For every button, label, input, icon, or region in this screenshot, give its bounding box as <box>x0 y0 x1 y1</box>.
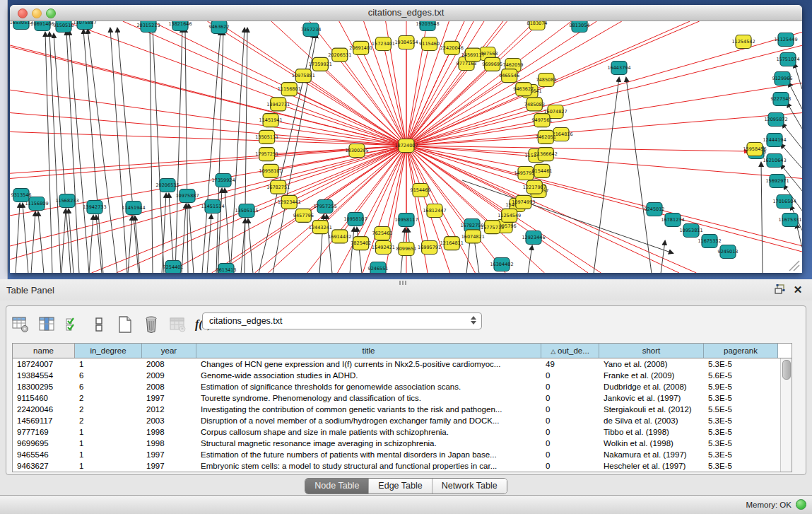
graph-edge[interactable] <box>175 28 182 273</box>
table-row[interactable]: 946362711997Embryonic stem cells: a mode… <box>13 460 792 472</box>
float-panel-icon[interactable] <box>774 284 788 296</box>
graph-node[interactable]: 19203548 <box>416 21 439 31</box>
graph-edge[interactable] <box>594 78 619 273</box>
graph-node[interactable]: 9465546 <box>499 69 519 83</box>
graph-node[interactable]: 22420046 <box>440 41 464 54</box>
panel-divider-grip[interactable] <box>399 281 406 285</box>
close-panel-icon[interactable]: ✕ <box>791 284 805 296</box>
graph-node[interactable]: 7485083 <box>524 98 545 111</box>
graph-node[interactable]: 13505111 <box>255 130 278 144</box>
graph-node[interactable]: 9150516 <box>54 21 74 33</box>
graph-node[interactable]: 9245013 <box>718 245 739 259</box>
graph-node[interactable]: 17957255 <box>313 200 336 214</box>
graph-edge[interactable] <box>320 64 406 146</box>
graph-node[interactable]: 9227343 <box>771 93 792 106</box>
graph-node[interactable]: 12444194 <box>763 134 786 147</box>
graph-node[interactable]: 7254401 <box>163 261 184 274</box>
graph-node[interactable]: 10953811 <box>679 224 702 238</box>
graph-edge[interactable] <box>117 146 406 273</box>
graph-node[interactable]: 17957251 <box>255 148 278 161</box>
graph-node[interactable]: 20206531 <box>328 48 351 62</box>
graph-edge[interactable] <box>31 212 35 273</box>
graph-edge[interactable] <box>150 28 153 273</box>
graph-edge[interactable] <box>182 204 186 273</box>
graph-node[interactable]: 10975881 <box>292 69 315 83</box>
graph-edge[interactable] <box>310 21 406 146</box>
tab-edge-table[interactable]: Edge Table <box>369 479 432 493</box>
table-row[interactable]: 977716911998Corpus callosum shape and si… <box>13 426 792 438</box>
tab-node-table[interactable]: Node Table <box>305 479 369 493</box>
table-vertical-scrollbar[interactable] <box>780 358 792 472</box>
column-header-title[interactable]: title <box>196 344 541 358</box>
graph-node[interactable]: 12923446 <box>522 231 545 245</box>
scrollbar-thumb[interactable] <box>782 360 791 380</box>
graph-node[interactable]: 16443794 <box>607 62 630 75</box>
graph-edge[interactable] <box>117 28 139 273</box>
graph-node[interactable]: 11675331 <box>778 214 801 227</box>
graph-node[interactable]: 10975887 <box>175 189 199 203</box>
graph-node[interactable]: 12095872 <box>764 113 787 127</box>
graph-node[interactable]: 7357234 <box>301 23 322 37</box>
column-header-out_de[interactable]: △out_de... <box>541 344 599 358</box>
tab-network-table[interactable]: Network Table <box>433 479 507 493</box>
graph-edge[interactable] <box>153 28 164 273</box>
graph-node[interactable]: 11125449 <box>774 33 797 47</box>
graph-edge[interactable] <box>406 146 505 273</box>
graph-node[interactable]: 7625463 <box>372 227 393 240</box>
graph-node[interactable]: 18300295 <box>345 144 368 158</box>
graph-node[interactable]: 13942731 <box>266 98 290 111</box>
table-row[interactable]: 1938455462009Genome-wide association stu… <box>13 370 792 381</box>
graph-node[interactable]: 10958117 <box>394 214 418 227</box>
graph-node[interactable]: 15751074 <box>776 53 799 66</box>
table-row[interactable]: 2242004622012Investigating the contribut… <box>13 404 792 415</box>
graph-edge[interactable] <box>151 21 406 146</box>
table-row[interactable]: 1456911722003Disruption of a novel membe… <box>13 415 792 426</box>
graph-node[interactable]: 20315213 <box>136 21 160 33</box>
graph-edge[interactable] <box>202 31 220 273</box>
graph-node[interactable]: 20206535 <box>155 179 179 192</box>
graph-node[interactable]: 16914432 <box>328 230 351 243</box>
graph-node[interactable]: 11451941 <box>259 114 283 127</box>
graph-node[interactable]: 16812447 <box>423 204 446 218</box>
deselect-rows-icon[interactable] <box>89 315 109 334</box>
table-row[interactable]: 969969511998Structural magnetic resonanc… <box>13 438 792 449</box>
graph-edge[interactable] <box>162 194 166 273</box>
graph-edge[interactable] <box>761 163 763 273</box>
graph-node[interactable]: 8813054 <box>570 21 590 33</box>
graph-edge[interactable] <box>225 189 230 273</box>
graph-edge[interactable] <box>89 216 93 273</box>
graph-edge[interactable] <box>61 209 66 273</box>
graph-node[interactable]: 9245012 <box>645 203 665 216</box>
column-header-name[interactable]: name <box>13 344 75 358</box>
table-chooser-dropdown[interactable]: citations_edges.txt <box>202 313 482 329</box>
column-header-short[interactable]: short <box>599 344 704 358</box>
graph-edge[interactable] <box>185 28 188 273</box>
graph-node[interactable]: 16074821 <box>461 230 485 243</box>
select-all-rows-icon[interactable] <box>63 315 83 334</box>
graph-edge[interactable] <box>64 21 406 146</box>
graph-node[interactable]: 15492421 <box>372 241 395 255</box>
graph-node[interactable]: 12923441 <box>278 195 301 209</box>
graph-edge[interactable] <box>406 113 802 146</box>
graph-node[interactable]: 11075887 <box>73 21 96 30</box>
graph-node[interactable]: 20691401 <box>349 41 372 54</box>
graph-edge[interactable] <box>230 28 245 273</box>
table-row[interactable]: 1830029562008Estimation of significance … <box>13 381 792 392</box>
graph-node[interactable]: 8099651 <box>396 243 417 256</box>
graph-edge[interactable] <box>38 212 44 273</box>
table-row[interactable]: 911546021997Tourette syndrome. Phenomeno… <box>13 392 792 404</box>
graph-node[interactable]: 16995791 <box>418 241 441 255</box>
graph-edge[interactable] <box>796 224 802 247</box>
graph-node[interactable]: 7462051 <box>536 130 556 144</box>
graph-edge[interactable] <box>207 215 211 273</box>
graph-node[interactable]: 13942733 <box>83 201 106 214</box>
graph-node[interactable]: 9497561 <box>531 114 552 127</box>
graph-node[interactable]: 9115460 <box>419 37 440 50</box>
graph-edge[interactable] <box>69 31 89 273</box>
graph-edge[interactable] <box>245 28 247 273</box>
graph-edge[interactable] <box>303 76 406 146</box>
graph-node[interactable]: 10958101 <box>259 164 283 177</box>
graph-node[interactable]: 11675332 <box>698 235 721 248</box>
graph-node[interactable]: 7825402 <box>351 237 371 250</box>
graph-node[interactable]: 13821646 <box>168 21 192 31</box>
